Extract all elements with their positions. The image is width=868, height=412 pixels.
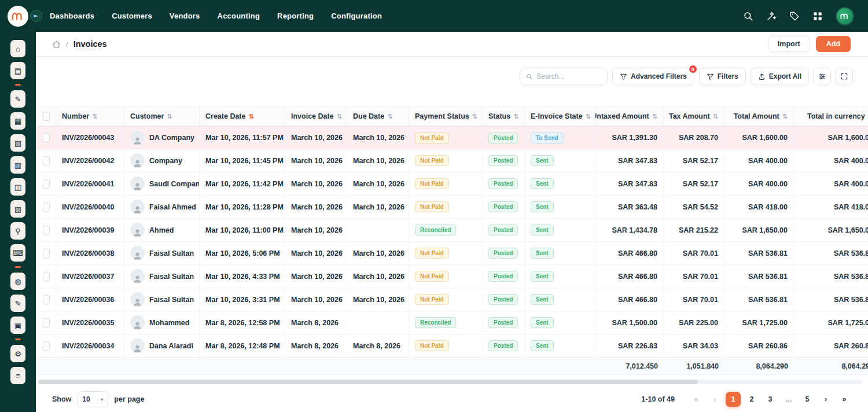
search-box[interactable] (520, 68, 608, 85)
row-checkbox[interactable] (43, 203, 50, 212)
table-row[interactable]: INV/2026/00038 Faisal Sultan Mar 10, 202… (37, 242, 868, 265)
customer-avatar-icon (130, 269, 145, 284)
tax-amount-cell: SAR 215.22 (664, 219, 724, 241)
nav-item-customers[interactable]: Customers (112, 12, 152, 20)
view-settings-button[interactable] (814, 68, 831, 85)
last-page-button[interactable]: » (837, 392, 852, 407)
tag-icon[interactable] (789, 11, 800, 21)
untaxed-amount-cell: SAR 363.48 (595, 196, 664, 218)
invoice-number-cell: INV/2026/00040 (56, 196, 124, 218)
row-checkbox[interactable] (43, 226, 50, 235)
invoice-date-cell: March 10, 2026 (285, 172, 347, 195)
column-header-untaxed[interactable]: Untaxed Amount ⇅ (595, 107, 664, 126)
apps-grid-icon[interactable] (812, 11, 823, 21)
search-icon[interactable] (743, 11, 753, 21)
row-checkbox[interactable] (43, 249, 50, 258)
create-date-cell: Mar 10, 2026, 11:42 PM (200, 172, 285, 195)
select-all-cell (37, 107, 56, 126)
export-all-button[interactable]: Export All (751, 68, 809, 85)
table-row[interactable]: INV/2026/00043 DA Company Mar 10, 2026, … (37, 126, 868, 149)
sidebar-sales-icon[interactable]: ✎ (10, 90, 25, 108)
table-row[interactable]: INV/2026/00042 Company Mar 10, 2026, 11:… (37, 149, 868, 172)
nav-item-configuration[interactable]: Configuration (331, 12, 382, 20)
nav-item-dashboards[interactable]: Dashboards (50, 12, 94, 20)
status-badge: Posted (488, 178, 518, 189)
sidebar-book-icon[interactable]: ≡ (10, 367, 25, 384)
sidebar-calculator-icon[interactable]: ⌨ (10, 244, 25, 262)
table-row[interactable]: INV/2026/00041 Saudi Company Mar 10, 202… (37, 172, 868, 196)
column-header-einvoice_state[interactable]: E-Invoice State ⇅ (525, 107, 595, 126)
row-checkbox[interactable] (43, 341, 50, 351)
table-row[interactable]: INV/2026/00040 Faisal Ahmed Mar 10, 2026… (37, 196, 868, 219)
row-checkbox[interactable] (43, 156, 50, 165)
sidebar-building-icon[interactable]: ◫ (10, 178, 25, 196)
sidebar-card-icon[interactable]: ▧ (10, 134, 25, 152)
nav-item-vendors[interactable]: Vendors (170, 12, 200, 20)
prev-page-button[interactable]: ‹ (707, 392, 722, 407)
column-header-total_currency[interactable]: Total in currency ⇅ (794, 107, 868, 126)
payment-status-badge: Reconciled (415, 317, 456, 328)
sidebar-files-icon[interactable]: ▥ (10, 156, 25, 174)
column-header-create_date[interactable]: Create Date ⇅ (200, 107, 285, 126)
add-button[interactable]: Add (816, 36, 851, 52)
sidebar-collapse-button[interactable]: ⇤ (30, 10, 42, 22)
page-button-3[interactable]: 3 (763, 392, 778, 407)
magic-wand-icon[interactable] (766, 11, 777, 21)
page-button-2[interactable]: 2 (744, 392, 759, 407)
row-checkbox[interactable] (43, 272, 50, 281)
table-row[interactable]: INV/2026/00039 Ahmed Mar 10, 2026, 11:00… (37, 219, 868, 242)
column-header-payment_status[interactable]: Payment Status ⇅ (409, 107, 483, 126)
first-page-button[interactable]: « (689, 392, 704, 407)
table-row[interactable]: INV/2026/00035 Mohammed Mar 8, 2026, 12:… (37, 311, 868, 334)
row-checkbox[interactable] (43, 295, 50, 304)
column-header-total[interactable]: Total Amount ⇅ (724, 107, 794, 126)
row-checkbox[interactable] (43, 133, 50, 142)
column-label: Total Amount (734, 112, 779, 120)
table-row[interactable]: INV/2026/00037 Faisal Sultan Mar 10, 202… (37, 265, 868, 288)
filters-button[interactable]: Filters (699, 68, 746, 85)
total-currency-cell: SAR 1,725.00 (794, 311, 868, 334)
advanced-filters-button[interactable]: Advanced Filters 0 (612, 68, 694, 85)
select-all-checkbox[interactable] (43, 112, 50, 121)
per-page-select[interactable]: 10 ▾ (77, 391, 108, 407)
row-checkbox[interactable] (43, 318, 50, 328)
page-button-5[interactable]: 5 (800, 392, 815, 407)
row-checkbox[interactable] (43, 179, 50, 189)
scrollbar-thumb[interactable] (38, 380, 698, 384)
sidebar-notes-icon[interactable]: ✎ (10, 295, 25, 312)
table-row[interactable]: INV/2026/00036 Faisal Sultan Mar 10, 202… (37, 288, 868, 311)
import-button[interactable]: Import (768, 36, 810, 52)
total-amount-cell: SAR 536.81 (724, 265, 794, 288)
sidebar-dashboard-icon[interactable]: ⌂ (10, 40, 25, 57)
create-date-cell: Mar 10, 2026, 5:06 PM (200, 242, 285, 264)
column-header-status[interactable]: Status ⇅ (483, 107, 525, 126)
sidebar-settings-icon[interactable]: ⚙ (10, 345, 25, 362)
column-header-invoice_date[interactable]: Invoice Date ⇅ (285, 107, 347, 126)
create-date-cell: Mar 10, 2026, 4:33 PM (200, 265, 285, 288)
sidebar-chart-icon[interactable]: ▦ (10, 112, 25, 130)
expand-button[interactable] (836, 68, 853, 85)
table-row[interactable]: INV/2026/00034 Dana Alaradi Mar 8, 2026,… (37, 334, 868, 358)
page-button-1[interactable]: 1 (726, 392, 741, 407)
sidebar-search-icon[interactable]: ⚲ (10, 222, 25, 240)
next-page-button[interactable]: › (818, 392, 833, 407)
horizontal-scrollbar[interactable] (38, 380, 862, 384)
sidebar-tag-icon[interactable]: ▨ (10, 200, 25, 218)
nav-item-reporting[interactable]: Reporting (277, 12, 314, 20)
search-input[interactable] (536, 72, 601, 80)
nav-item-accounting[interactable]: Accounting (218, 12, 260, 20)
total-currency-cell: SAR 400.00 (794, 149, 868, 172)
column-header-tax[interactable]: Tax Amount ⇅ (664, 107, 724, 126)
total-amount-cell: SAR 260.86 (724, 334, 794, 357)
table-body: INV/2026/00043 DA Company Mar 10, 2026, … (37, 126, 868, 358)
column-header-number[interactable]: Number ⇅ (56, 107, 124, 126)
home-icon[interactable] (52, 40, 61, 49)
user-avatar[interactable] (836, 7, 854, 25)
total-currency-cell: SAR 400.00 (794, 172, 868, 195)
column-header-customer[interactable]: Customer ⇅ (124, 107, 200, 126)
app-logo[interactable] (8, 6, 28, 27)
sidebar-image-icon[interactable]: ▣ (10, 317, 25, 334)
sidebar-phone-icon[interactable]: ◍ (10, 273, 25, 290)
column-header-due_date[interactable]: Due Date ⇅ (347, 107, 409, 126)
sidebar-documents-icon[interactable]: ▤ (10, 62, 25, 79)
